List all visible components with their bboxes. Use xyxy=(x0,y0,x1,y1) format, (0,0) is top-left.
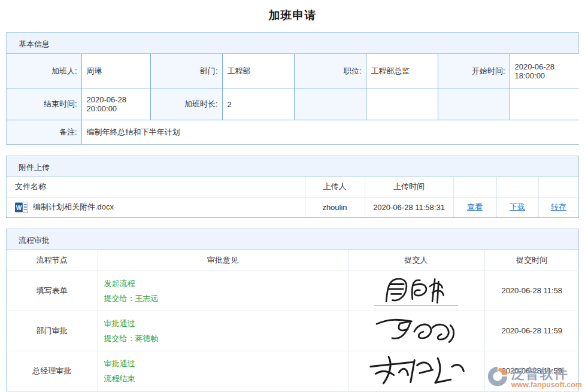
signature-image-wangzhiyuan xyxy=(371,314,461,346)
column-header-flow-node: 流程节点 xyxy=(7,250,98,271)
approval-node: 填写表单 xyxy=(7,271,98,311)
column-header-empty-3 xyxy=(538,177,578,197)
field-label-empty-2 xyxy=(438,89,510,120)
approval-submit-time: 2020-06-28 11:58 xyxy=(484,271,579,311)
approval-submit-time: 2020-06-28 11:59 xyxy=(484,311,579,351)
transfer-save-link[interactable]: 转存 xyxy=(551,202,566,211)
attachment-header-row: 文件名称 上传人 上传时间 xyxy=(7,177,578,197)
approval-opinion-line-2: 提交给：蒋德帧 xyxy=(104,331,343,346)
field-value-end-time: 2020-06-28 20:00:00 xyxy=(81,89,150,120)
approval-opinion-line-1: 发起流程 xyxy=(104,276,343,291)
attachment-row: W 编制计划相关附件.docx zhoulin 2020-06-28 11:58… xyxy=(7,197,578,217)
field-value-start-time: 2020-06-28 18:00:00 xyxy=(510,54,579,89)
signature-image-zhoulin xyxy=(374,274,458,306)
approval-node: 部门审批 xyxy=(7,311,98,351)
field-label-overtime-person: 加班人: xyxy=(7,54,81,89)
view-link[interactable]: 查看 xyxy=(467,202,483,211)
approval-row-department: 部门审批 审批通过 提交给：蒋德帧 xyxy=(7,311,579,351)
attachment-file-name: 编制计划相关附件.docx xyxy=(33,202,114,212)
column-header-file-name: 文件名称 xyxy=(7,177,305,197)
approval-section-header: 流程审批 xyxy=(7,229,578,250)
approval-row-general-manager: 总经理审批 审批通过 流程结束 xyxy=(7,351,579,391)
field-label-end-time: 结束时间: xyxy=(7,89,81,120)
basic-info-remark-row: 备注: 编制年终总结和下半年计划 xyxy=(7,120,579,144)
column-header-uploader: 上传人 xyxy=(305,177,365,197)
approval-opinion-line-1: 审批通过 xyxy=(104,316,343,331)
field-value-overtime-person: 周琳 xyxy=(81,54,150,89)
field-value-position: 工程部总监 xyxy=(366,54,438,89)
basic-info-row-2: 结束时间: 2020-06-28 20:00:00 加班时长: 2 xyxy=(7,89,579,120)
approval-opinion-line-1: 审批通过 xyxy=(104,356,343,371)
field-value-department: 工程部 xyxy=(222,54,294,89)
column-header-approval-opinion: 审批意见 xyxy=(98,250,348,271)
approval-opinion-line-2: 提交给：王志远 xyxy=(104,291,343,306)
attachment-section-header: 附件上传 xyxy=(7,156,578,177)
basic-info-table: 加班人: 周琳 部门: 工程部 职位: 工程部总监 开始时间: 2020-06-… xyxy=(7,54,579,144)
svg-text:W: W xyxy=(16,204,22,211)
column-header-empty-2 xyxy=(496,177,538,197)
field-label-start-time: 开始时间: xyxy=(438,54,510,89)
field-label-position: 职位: xyxy=(294,54,366,89)
basic-info-row-1: 加班人: 周琳 部门: 工程部 职位: 工程部总监 开始时间: 2020-06-… xyxy=(7,54,579,89)
attachment-table: 文件名称 上传人 上传时间 W xyxy=(7,177,578,217)
approval-panel: 流程审批 流程节点 审批意见 提交人 提交时间 填写表单 发起流程 提交给：王志… xyxy=(6,229,579,391)
basic-info-section-header: 基本信息 xyxy=(7,33,578,54)
column-header-upload-time: 上传时间 xyxy=(365,177,453,197)
column-header-empty-1 xyxy=(453,177,496,197)
field-value-empty-1 xyxy=(366,89,438,120)
approval-header-row: 流程节点 审批意见 提交人 提交时间 xyxy=(7,250,579,271)
field-label-overtime-duration: 加班时长: xyxy=(150,89,222,120)
approval-submit-time: 2020-06-28 11:59 xyxy=(484,351,579,391)
field-value-empty-2 xyxy=(510,89,579,120)
approval-opinion-line-2: 流程结束 xyxy=(104,371,343,386)
attachment-upload-time: 2020-06-28 11:58:31 xyxy=(365,197,453,217)
field-label-empty-1 xyxy=(294,89,366,120)
column-header-submitter: 提交人 xyxy=(348,250,484,271)
word-file-icon: W xyxy=(15,202,28,213)
download-link[interactable]: 下载 xyxy=(510,202,525,211)
attachment-uploader: zhoulin xyxy=(305,197,365,217)
field-label-remark: 备注: xyxy=(7,120,81,144)
approval-row-fill-form: 填写表单 发起流程 提交给：王志远 xyxy=(7,271,579,311)
column-header-submit-time: 提交时间 xyxy=(484,250,579,271)
overtime-application-page: 加班申请 基本信息 加班人: 周琳 部门: 工程部 职位: 工程部总监 开始时间… xyxy=(0,0,585,391)
basic-info-panel: 基本信息 加班人: 周琳 部门: 工程部 职位: 工程部总监 开始时间: 202… xyxy=(6,32,579,145)
approval-table: 流程节点 审批意见 提交人 提交时间 填写表单 发起流程 提交给：王志远 xyxy=(7,250,579,391)
attachment-panel: 附件上传 文件名称 上传人 上传时间 xyxy=(6,156,579,218)
page-title: 加班申请 xyxy=(6,0,579,32)
field-value-remark: 编制年终总结和下半年计划 xyxy=(81,120,579,144)
field-value-overtime-duration: 2 xyxy=(222,89,294,120)
signature-image-jiangdezhen xyxy=(367,354,466,386)
field-label-department: 部门: xyxy=(150,54,222,89)
approval-node: 总经理审批 xyxy=(7,351,98,391)
